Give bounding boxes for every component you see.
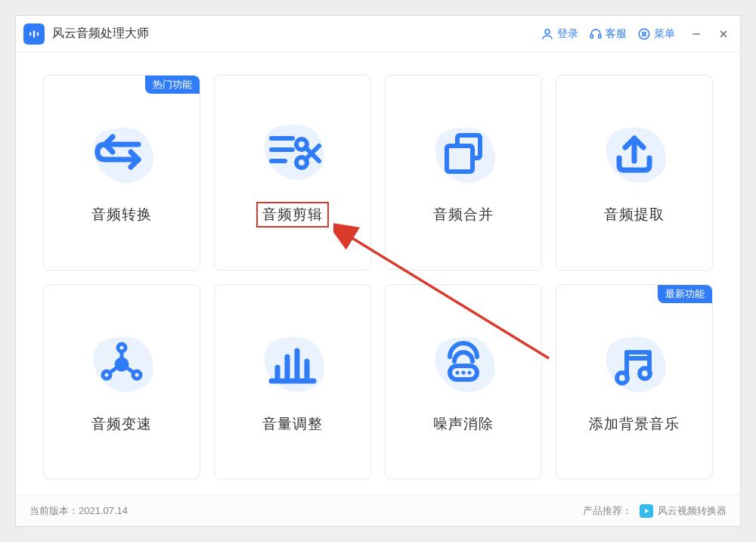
svg-rect-21 (447, 146, 472, 172)
svg-rect-4 (590, 34, 593, 38)
status-bar: 当前版本： 2021.07.14 产品推荐： 风云视频转换器 (16, 494, 740, 526)
svg-rect-5 (599, 34, 601, 38)
svg-rect-0 (29, 32, 31, 36)
merge-icon (418, 111, 509, 202)
close-button[interactable] (716, 26, 731, 42)
user-icon (541, 27, 554, 41)
music-icon (589, 321, 680, 411)
menu-button[interactable]: 菜单 (637, 27, 675, 41)
svg-point-38 (468, 370, 472, 374)
recommend-icon (640, 504, 653, 518)
headset-icon (589, 27, 603, 41)
card-audio-convert[interactable]: 热门功能 音频转换 (43, 75, 200, 271)
svg-rect-2 (37, 32, 39, 36)
app-logo-icon (23, 23, 45, 45)
card-label: 音量调整 (262, 414, 323, 434)
card-label: 音频变速 (91, 414, 152, 434)
svg-point-23 (116, 359, 127, 370)
feature-grid: 热门功能 音频转换 (16, 52, 740, 494)
noise-icon (418, 321, 509, 411)
recommend-name: 风云视频转换器 (658, 504, 727, 518)
version-value: 2021.07.14 (79, 505, 128, 516)
cut-icon (247, 108, 338, 199)
hot-badge: 热门功能 (145, 76, 200, 94)
svg-rect-1 (33, 30, 35, 37)
card-label: 音频转换 (91, 205, 152, 225)
login-label: 登录 (557, 27, 578, 41)
card-label: 音频合并 (433, 205, 494, 225)
svg-point-3 (545, 29, 550, 34)
convert-icon (76, 111, 167, 202)
card-noise-remove[interactable]: 噪声消除 (385, 284, 542, 480)
card-audio-edit[interactable]: 音频剪辑 (214, 75, 371, 271)
titlebar: 风云音频处理大师 登录 客服 菜单 (16, 16, 740, 52)
extract-icon (589, 111, 680, 202)
recommend-link[interactable]: 风云视频转换器 (632, 504, 727, 518)
card-audio-speed[interactable]: 音频变速 (43, 284, 200, 480)
card-volume-adjust[interactable]: 音量调整 (214, 284, 371, 480)
window-controls (689, 26, 731, 42)
card-label: 添加背景音乐 (589, 414, 680, 434)
svg-marker-44 (645, 509, 649, 513)
menu-label: 菜单 (654, 27, 675, 41)
login-button[interactable]: 登录 (541, 27, 578, 41)
menu-icon (637, 27, 651, 41)
minimize-button[interactable] (689, 26, 704, 42)
app-title: 风云音频处理大师 (52, 26, 149, 42)
new-badge: 最新功能 (658, 285, 712, 303)
version-label: 当前版本： (29, 504, 79, 518)
card-label: 音频剪辑 (256, 202, 329, 228)
service-button[interactable]: 客服 (589, 27, 627, 41)
service-label: 客服 (606, 27, 627, 41)
app-window: 风云音频处理大师 登录 客服 菜单 (15, 15, 741, 527)
card-audio-extract[interactable]: 音频提取 (556, 75, 713, 271)
svg-point-37 (462, 370, 466, 374)
card-label: 音频提取 (604, 205, 665, 225)
card-add-bgm[interactable]: 最新功能 添加背景音乐 (556, 284, 713, 480)
card-audio-merge[interactable]: 音频合并 (385, 75, 542, 271)
svg-point-36 (456, 370, 460, 374)
outer-wrap: 风云音频处理大师 登录 客服 菜单 (0, 0, 756, 542)
speed-icon (76, 321, 167, 411)
card-label: 噪声消除 (433, 414, 494, 434)
recommend-label: 产品推荐： (583, 504, 632, 518)
volume-icon (247, 321, 338, 411)
